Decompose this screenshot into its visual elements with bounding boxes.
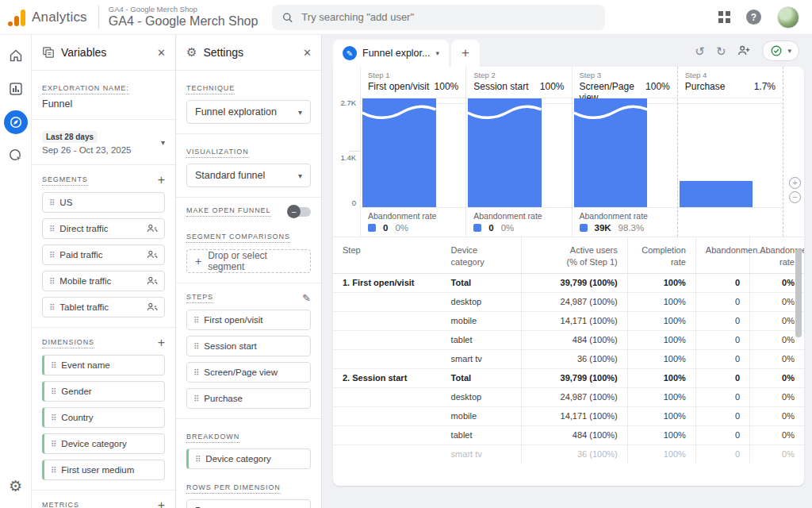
drag-handle-icon[interactable]: ⠿ [51,414,56,422]
property-name: GA4 - Google Merch Shop [109,14,259,29]
abandonment-cell: Abandonment rate 39K 98.3% [573,208,677,237]
drag-handle-icon[interactable]: ⠿ [193,342,198,351]
segment-chip[interactable]: ⠿ Paid traffic [42,244,165,265]
segment-chip[interactable]: ⠿ Mobile traffic [42,271,165,291]
cell-step [333,406,442,425]
breakdown-table-wrap: Step Device category Active users(% of S… [333,237,804,486]
segment-drop-target[interactable]: + Drop or select segment [186,249,311,273]
chevron-down-icon[interactable]: ▾ [435,49,439,57]
cell-abandonment-rate: 0% [750,349,804,368]
step-chip[interactable]: ⠿ First open/visit [186,310,311,330]
edit-steps-icon[interactable]: ✎ [302,292,311,304]
add-metric-icon[interactable]: + [158,499,165,508]
cell-step [333,387,442,406]
tab-funnel-exploration[interactable]: ✎ Funnel explor... ▾ [333,40,449,67]
org-switcher-icon[interactable] [718,11,730,23]
funnel-bar[interactable] [468,98,542,207]
help-icon[interactable]: ? [746,10,761,25]
drag-handle-icon[interactable]: ⠿ [51,361,56,370]
rows-per-dimension-select[interactable]: 5 ▾ [186,499,311,508]
funnel-bar[interactable] [574,98,648,207]
dimension-label: Device category [61,439,126,448]
breakdown-chip[interactable]: ⠿ Device category [186,448,311,469]
abandonment-label: Abandonment rate [580,211,670,221]
analytics-logo[interactable]: Analytics [8,9,87,26]
dimensions-section: DIMENSIONS + ⠿ Event name ⠿ Gender ⠿ Cou… [32,328,175,491]
make-open-funnel-toggle[interactable]: – [289,207,311,217]
explore-nav-selected[interactable] [4,110,28,134]
exploration-name-value[interactable]: Funnel [42,98,165,110]
dimension-label: Country [61,413,93,422]
cell-completion: 100% [627,425,695,444]
segment-chip[interactable]: ⠿ Direct traffic [42,218,165,239]
undo-icon[interactable]: ↺ [695,45,705,57]
col-header-device[interactable]: Device category [442,237,522,273]
dimension-chip[interactable]: ⠿ Country [42,407,165,428]
redo-icon[interactable]: ↻ [716,45,726,57]
drag-handle-icon[interactable]: ⠿ [49,303,54,312]
drag-handle-icon[interactable]: ⠿ [49,277,54,286]
cell-abandonments: 0 [695,330,749,349]
step-chip[interactable]: ⠿ Purchase [186,388,311,409]
drag-handle-icon[interactable]: ⠿ [51,387,56,396]
share-user-icon[interactable] [737,44,751,58]
step-chip[interactable]: ⠿ Screen/Page view [186,362,311,383]
add-tab-button[interactable]: + [451,40,480,67]
search-bar[interactable] [272,5,605,30]
drag-handle-icon[interactable]: ⠿ [49,225,54,233]
edit-tab-icon: ✎ [343,46,357,60]
reports-icon[interactable] [8,81,24,97]
date-range-selector[interactable]: Last 28 days Sep 26 - Oct 23, 2025 ▾ [32,120,175,165]
col-header-active-users[interactable]: Active users(% of Step 1) [522,237,628,273]
segment-chip[interactable]: ⠿ Tablet traffic [42,297,165,318]
drag-handle-icon[interactable]: ⠿ [49,251,54,260]
chevron-down-icon[interactable]: ▾ [161,138,165,147]
dimension-label: Event name [61,360,109,370]
advertising-icon[interactable] [8,148,24,164]
cell-completion: 100% [627,292,695,311]
close-settings-icon[interactable]: ✕ [303,47,312,59]
funnel-bar[interactable] [362,98,436,207]
cell-step [333,425,442,444]
add-dimension-icon[interactable]: + [158,337,165,349]
admin-gear-icon[interactable]: ⚙ [9,477,22,495]
funnel-step-column: Step 2 Session start 100% [465,67,571,237]
analytics-logo-icon [8,9,25,26]
exploration-name-section: EXPLORATION NAME: Funnel [32,71,175,120]
home-icon[interactable] [8,48,24,64]
cell-users: 14,171 (100%) [522,406,628,425]
dimension-chip[interactable]: ⠿ Device category [42,433,165,454]
add-segment-icon[interactable]: + [158,174,165,187]
dimension-chip[interactable]: ⠿ Gender [42,381,165,402]
drag-handle-icon[interactable]: ⠿ [51,466,56,475]
cell-abandonments: 0 [695,349,749,368]
step-chip[interactable]: ⠿ Session start [186,336,311,356]
funnel-chart: 2.7K 1.4K 0 Step 1 First open/visit 100% [333,67,804,237]
funnel-bar[interactable] [680,181,753,207]
close-variables-icon[interactable]: ✕ [157,47,166,59]
search-input[interactable] [301,11,596,23]
col-header-step[interactable]: Step [333,237,442,273]
zoom-out-icon[interactable]: − [789,191,801,203]
table-scrollbar[interactable] [795,248,802,337]
cell-abandonments: 0 [695,425,749,444]
visualization-select[interactable]: Standard funnel ▾ [186,164,311,187]
zoom-in-icon[interactable]: + [789,177,801,189]
property-switcher[interactable]: GA4 - Google Merch Shop GA4 - Google Mer… [98,6,259,29]
avatar[interactable] [777,6,799,29]
drag-handle-icon[interactable]: ⠿ [49,198,54,207]
cell-abandonments: 0 [695,368,749,387]
drag-handle-icon[interactable]: ⠿ [51,440,56,448]
technique-select[interactable]: Funnel exploration ▾ [186,100,311,124]
drag-handle-icon[interactable]: ⠿ [193,316,198,325]
cell-device: Total [442,273,522,292]
col-header-abandonments[interactable]: Abandonmen... [695,237,749,273]
saved-status-button[interactable]: ▾ [762,40,799,61]
segment-chip[interactable]: ⠿ US [42,192,165,213]
drag-handle-icon[interactable]: ⠿ [193,394,198,403]
drag-handle-icon[interactable]: ⠿ [195,455,200,464]
col-header-completion-rate[interactable]: Completionrate [627,237,695,273]
drag-handle-icon[interactable]: ⠿ [193,368,198,377]
dimension-chip[interactable]: ⠿ First user medium [42,460,165,480]
dimension-chip[interactable]: ⠿ Event name [42,355,165,375]
